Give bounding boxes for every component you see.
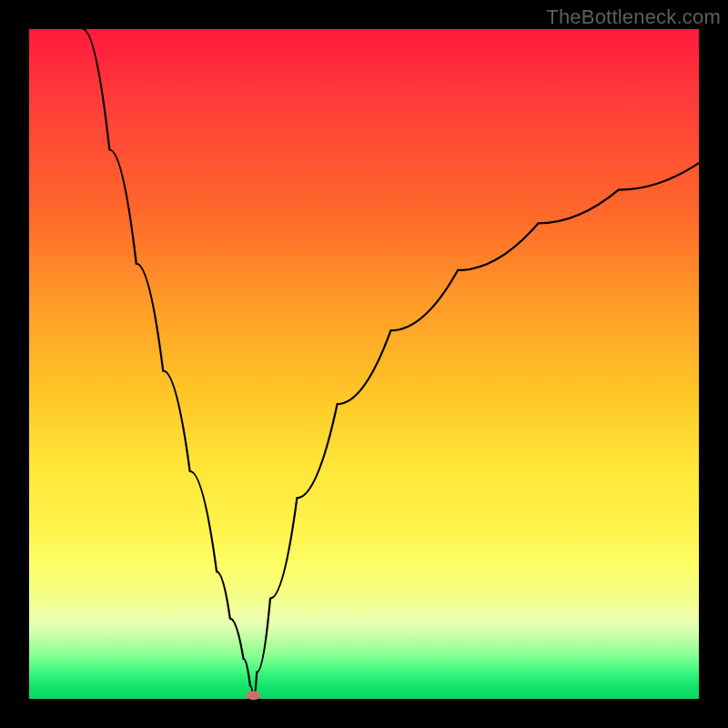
chart-frame: TheBottleneck.com [0, 0, 728, 728]
curve-right [254, 163, 699, 699]
watermark-text: TheBottleneck.com [546, 5, 721, 29]
minimum-marker [247, 691, 261, 700]
curve-left [83, 29, 254, 699]
curve-svg [29, 29, 699, 699]
plot-area [29, 29, 699, 699]
